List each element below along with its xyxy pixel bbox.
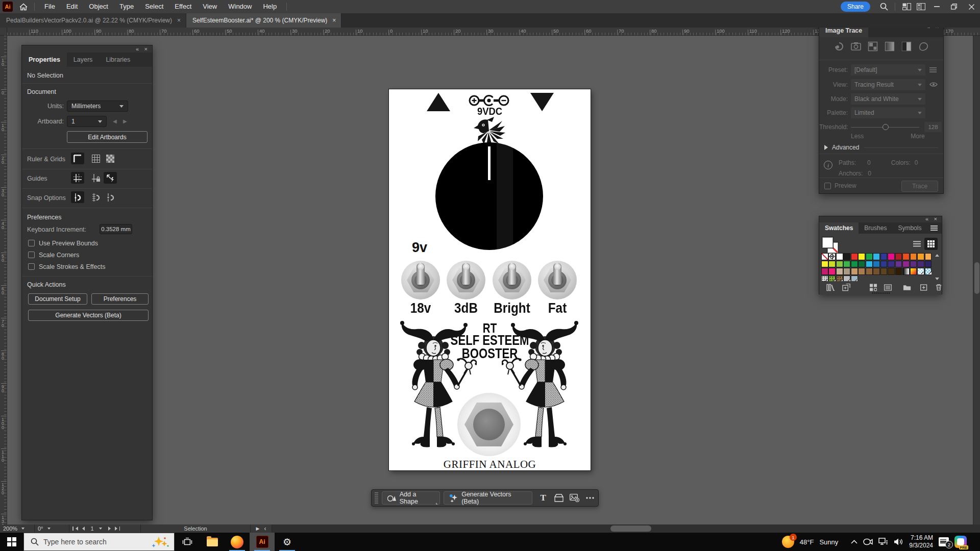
preview-checkbox[interactable] bbox=[824, 183, 831, 189]
swatch[interactable] bbox=[880, 268, 888, 275]
first-artboard-icon[interactable] bbox=[72, 527, 80, 531]
scroll-up-icon[interactable] bbox=[935, 254, 939, 257]
list-view-button[interactable] bbox=[910, 238, 923, 250]
close-button[interactable] bbox=[963, 0, 980, 13]
swatch[interactable] bbox=[910, 268, 917, 275]
start-button[interactable] bbox=[0, 533, 23, 551]
tab-properties[interactable]: Properties bbox=[22, 53, 67, 67]
add-to-library-icon[interactable] bbox=[842, 284, 850, 291]
swatch[interactable] bbox=[858, 253, 865, 260]
preset-dropdown[interactable]: [Default] bbox=[851, 64, 925, 76]
menu-item-select[interactable]: Select bbox=[139, 0, 169, 13]
illustrator-logo-icon[interactable]: Ai bbox=[3, 2, 13, 12]
tab-brushes[interactable]: Brushes bbox=[859, 222, 892, 234]
swatch[interactable] bbox=[925, 261, 932, 268]
new-swatch-icon[interactable] bbox=[920, 284, 927, 291]
more-options-icon[interactable] bbox=[583, 491, 598, 505]
menu-item-file[interactable]: File bbox=[39, 0, 61, 13]
scroll-down-icon[interactable] bbox=[935, 278, 939, 280]
illustrator-taskbar-button[interactable]: Ai bbox=[250, 533, 275, 551]
checkbox[interactable] bbox=[28, 240, 35, 246]
artboard-dropdown[interactable]: 1 bbox=[67, 116, 107, 127]
swatch[interactable] bbox=[925, 253, 932, 260]
menu-item-object[interactable]: Object bbox=[83, 0, 114, 13]
footswitch[interactable] bbox=[457, 393, 521, 456]
swatch[interactable] bbox=[843, 276, 850, 282]
tab-layers[interactable]: Layers bbox=[67, 53, 100, 67]
swatch-options-icon[interactable] bbox=[884, 284, 892, 291]
ruler-corner[interactable] bbox=[0, 28, 7, 36]
grid-view-button[interactable] bbox=[924, 238, 938, 250]
swatch[interactable] bbox=[843, 268, 850, 275]
new-color-group-icon[interactable] bbox=[903, 284, 911, 291]
swatch[interactable] bbox=[858, 261, 865, 268]
swatch[interactable] bbox=[836, 253, 843, 260]
swatch[interactable] bbox=[821, 276, 828, 282]
network-icon[interactable] bbox=[878, 538, 888, 546]
scroll-left-icon[interactable]: ‹ bbox=[264, 525, 266, 532]
swatch[interactable] bbox=[917, 253, 924, 260]
panel-close-icon[interactable]: × bbox=[934, 216, 937, 222]
advanced-expand-icon[interactable] bbox=[824, 145, 828, 150]
search-icon[interactable] bbox=[877, 1, 891, 12]
edit-artboards-button[interactable]: Edit Artboards bbox=[67, 131, 148, 143]
menu-item-effect[interactable]: Effect bbox=[169, 0, 197, 13]
swatch[interactable] bbox=[821, 261, 828, 268]
menu-item-edit[interactable]: Edit bbox=[61, 0, 83, 13]
toggle-switch-bright[interactable] bbox=[493, 261, 531, 299]
checkbox[interactable] bbox=[28, 263, 35, 270]
swatch[interactable] bbox=[925, 268, 932, 275]
tab-close-icon[interactable]: × bbox=[177, 17, 181, 24]
home-icon[interactable] bbox=[17, 1, 30, 12]
artboard-prev-icon[interactable]: ◀ bbox=[113, 118, 117, 124]
swatch[interactable] bbox=[888, 268, 895, 275]
volume-knob[interactable] bbox=[435, 142, 543, 250]
eye-icon[interactable] bbox=[929, 80, 938, 89]
swatch[interactable] bbox=[880, 253, 888, 260]
menu-item-help[interactable]: Help bbox=[257, 0, 282, 13]
delete-swatch-icon[interactable] bbox=[936, 284, 942, 291]
tab-libraries[interactable]: Libraries bbox=[99, 53, 137, 67]
panel-collapse-icon[interactable]: « bbox=[925, 216, 928, 222]
settings-button[interactable]: ⚙ bbox=[275, 533, 300, 551]
preset-outline-icon[interactable] bbox=[918, 41, 928, 54]
menu-item-view[interactable]: View bbox=[197, 0, 223, 13]
swatch[interactable] bbox=[902, 253, 910, 260]
swatch[interactable] bbox=[917, 268, 924, 275]
vertical-scroll-thumb[interactable] bbox=[974, 262, 979, 294]
swatch[interactable] bbox=[843, 253, 850, 260]
preset-menu-icon[interactable] bbox=[929, 65, 937, 74]
threshold-slider[interactable] bbox=[851, 127, 919, 128]
previous-artboard-icon[interactable] bbox=[82, 527, 85, 531]
swatch[interactable] bbox=[888, 253, 895, 260]
artboard-tool-icon[interactable] bbox=[551, 491, 566, 505]
swatch[interactable] bbox=[828, 276, 836, 282]
document-tab[interactable]: PedalBuildersVectorPackv2.0.ai @ 22.22 %… bbox=[0, 13, 186, 28]
swatch[interactable] bbox=[836, 268, 843, 275]
panel-collapse-icon[interactable]: « bbox=[136, 46, 139, 52]
volume-icon[interactable] bbox=[894, 538, 903, 546]
workspace-switcher-icon[interactable] bbox=[914, 1, 928, 12]
tab-close-icon[interactable]: × bbox=[332, 17, 336, 24]
swatch[interactable] bbox=[836, 261, 843, 268]
preferences-button[interactable]: Preferences bbox=[91, 293, 149, 305]
meet-now-icon[interactable] bbox=[863, 538, 873, 546]
generate-vectors-button[interactable]: Generate Vectors (Beta) bbox=[28, 310, 149, 321]
swatch[interactable] bbox=[917, 261, 924, 268]
swatch[interactable] bbox=[851, 276, 858, 282]
swatch[interactable] bbox=[873, 253, 880, 260]
swatch[interactable] bbox=[910, 253, 917, 260]
checkbox[interactable] bbox=[28, 252, 35, 258]
toggle-switch-3db[interactable] bbox=[447, 261, 485, 299]
swatch[interactable] bbox=[902, 268, 910, 275]
horizontal-scroll-thumb[interactable] bbox=[610, 525, 651, 532]
tab-swatches[interactable]: Swatches bbox=[819, 222, 859, 234]
toggle-switch-18v[interactable] bbox=[401, 261, 440, 299]
last-artboard-icon[interactable] bbox=[113, 527, 120, 531]
taskbar-search[interactable] bbox=[23, 533, 175, 551]
share-button[interactable]: Share bbox=[841, 2, 870, 12]
status-bar-arrows[interactable]: ▶ ‹ bbox=[251, 524, 272, 533]
mode-dropdown[interactable]: Black and White bbox=[851, 93, 925, 105]
swatch[interactable] bbox=[902, 261, 910, 268]
artboard-next-icon[interactable]: ▶ bbox=[123, 118, 127, 124]
